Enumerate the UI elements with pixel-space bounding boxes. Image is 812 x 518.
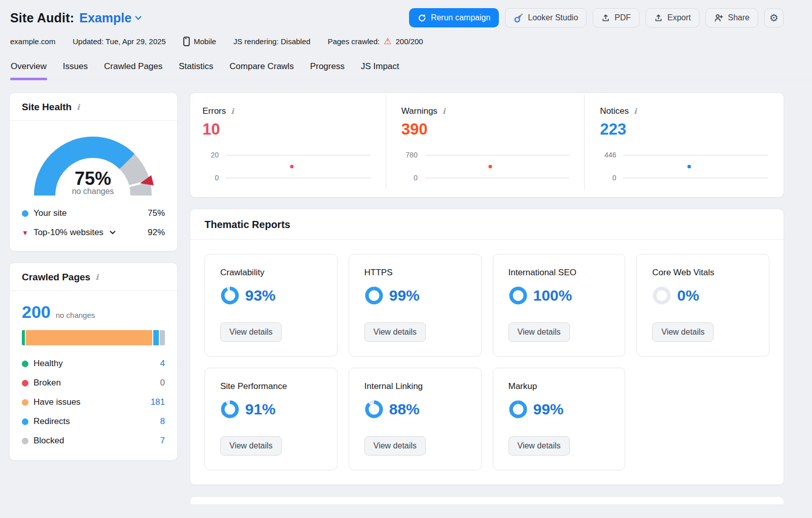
thematic-card-markup: Markup 99% View details [493, 368, 626, 470]
info-icon[interactable]: i [633, 107, 638, 116]
issues-summary-card: Errors i 10 20 0 Warnings i 390 780 [190, 92, 784, 198]
legend-row-redirects: Redirects 8 [22, 415, 165, 428]
site-health-card: Site Health i 75% no changes Your site 7… [9, 92, 178, 251]
legend-row-your-site: Your site 75% [22, 207, 165, 219]
thematic-card-title: Markup [509, 381, 610, 392]
view-details-button[interactable]: View details [220, 322, 282, 342]
thematic-card-percent: 99% [533, 401, 564, 418]
page-header: Site Audit: Example Rerun campaign Looke… [0, 0, 812, 46]
next-card-edge [190, 496, 784, 504]
settings-button[interactable]: ⚙ [764, 8, 784, 27]
donut-chart [220, 400, 240, 419]
your-site-value: 75% [148, 208, 165, 218]
thematic-card-core-web-vitals: Core Web Vitals 0% View details [636, 254, 769, 357]
crawled-pages-title: Crawled Pages [22, 272, 90, 283]
your-site-dot [22, 210, 28, 217]
thematic-card-title: Crawlability [220, 268, 322, 278]
bar-segment-blocked [160, 330, 165, 345]
axis-min-label: 0 [202, 174, 226, 182]
warnings-title: Warnings [401, 106, 437, 116]
have-issues-count-link[interactable]: 181 [151, 397, 165, 407]
warnings-count[interactable]: 390 [401, 120, 570, 139]
your-site-label: Your site [33, 208, 67, 218]
looker-studio-button[interactable]: Looker Studio [505, 8, 587, 27]
js-rendering-meta: JS rendering: Disabled [233, 37, 311, 46]
axis-min-label: 0 [401, 174, 425, 182]
bar-segment-have-issues [26, 330, 153, 345]
info-icon[interactable]: i [442, 107, 447, 116]
thematic-card-https: HTTPS 99% View details [349, 254, 482, 357]
tab-bar: Overview Issues Crawled Pages Statistics… [10, 60, 812, 80]
errors-count[interactable]: 10 [202, 120, 371, 139]
gauge-score: 75% [75, 168, 111, 189]
thematic-reports-card: Thematic Reports Crawlability 93% View d… [190, 209, 784, 485]
blocked-label: Blocked [33, 436, 64, 446]
thematic-card-title: International SEO [509, 268, 610, 278]
view-details-button[interactable]: View details [364, 322, 426, 342]
redirects-count-link[interactable]: 8 [160, 416, 165, 427]
thematic-card-title: Internal Linking [364, 381, 466, 392]
warnings-panel: Warnings i 390 780 0 [386, 93, 585, 197]
refresh-icon [418, 14, 426, 22]
donut-chart [652, 286, 671, 305]
thematic-card-title: Core Web Vitals [652, 268, 754, 278]
legend-row-have-issues: Have issues 181 [22, 396, 165, 408]
legend-row-broken: Broken 0 [22, 377, 165, 389]
export-button[interactable]: Export [646, 8, 699, 27]
top10-label: Top-10% websites [33, 228, 104, 238]
info-icon[interactable]: i [94, 273, 99, 282]
view-details-button[interactable]: View details [220, 436, 282, 456]
notices-data-point [688, 165, 691, 168]
rerun-campaign-button[interactable]: Rerun campaign [409, 8, 499, 27]
notices-count[interactable]: 223 [600, 120, 768, 139]
info-icon[interactable]: i [76, 103, 81, 112]
donut-chart [220, 286, 240, 305]
site-health-gauge: 75% no changes [10, 121, 177, 196]
errors-data-point [290, 165, 293, 168]
blocked-dot [22, 438, 28, 444]
view-details-button[interactable]: View details [652, 322, 714, 342]
view-details-button[interactable]: View details [364, 436, 426, 456]
tab-js-impact[interactable]: JS Impact [360, 60, 400, 80]
tab-compare-crawls[interactable]: Compare Crawls [229, 60, 294, 80]
tab-progress[interactable]: Progress [310, 60, 345, 80]
warning-triangle-icon[interactable]: ⚠ [384, 37, 391, 46]
thematic-card-percent: 91% [245, 401, 276, 418]
bar-segment-healthy [22, 330, 25, 345]
view-details-button[interactable]: View details [509, 436, 570, 456]
broken-count: 0 [160, 378, 165, 388]
donut-chart [509, 286, 528, 305]
errors-sparkline: 20 0 [202, 151, 371, 182]
pdf-button[interactable]: PDF [593, 8, 639, 27]
view-details-button[interactable]: View details [509, 322, 570, 342]
looker-studio-icon [514, 13, 523, 23]
pages-crawled-value: 200/200 [395, 37, 423, 46]
chevron-down-icon[interactable] [110, 231, 116, 235]
thematic-card-site-performance: Site Performance 91% View details [205, 368, 337, 470]
add-user-icon [714, 13, 723, 22]
pages-crawled-meta: Pages crawled: ⚠ 200/200 [328, 37, 423, 46]
share-button[interactable]: Share [705, 8, 758, 27]
device-meta: Mobile [183, 37, 216, 46]
broken-label: Broken [33, 378, 61, 388]
tab-issues[interactable]: Issues [62, 60, 88, 80]
broken-dot [22, 380, 28, 386]
crawled-pages-card: Crawled Pages i 200 no changes Healthy 4 [9, 263, 178, 461]
campaign-selector[interactable]: Example [79, 11, 142, 25]
tab-statistics[interactable]: Statistics [178, 60, 214, 80]
tab-overview[interactable]: Overview [10, 60, 47, 80]
info-icon[interactable]: i [230, 107, 235, 116]
healthy-count-link[interactable]: 4 [160, 359, 165, 369]
thematic-card-international-seo: International SEO 100% View details [493, 254, 626, 357]
device-label: Mobile [194, 37, 216, 46]
legend-row-top10: ▼ Top-10% websites 92% [22, 226, 165, 239]
tab-crawled-pages[interactable]: Crawled Pages [104, 60, 163, 80]
healthy-label: Healthy [33, 359, 63, 369]
notices-panel: Notices i 223 446 0 [585, 93, 784, 197]
have-issues-dot [22, 399, 28, 406]
campaign-name: Example [79, 11, 131, 25]
thematic-card-crawlability: Crawlability 93% View details [205, 254, 337, 357]
thematic-card-percent: 0% [677, 287, 699, 304]
blocked-count-link[interactable]: 7 [160, 436, 165, 446]
donut-chart [509, 400, 528, 419]
